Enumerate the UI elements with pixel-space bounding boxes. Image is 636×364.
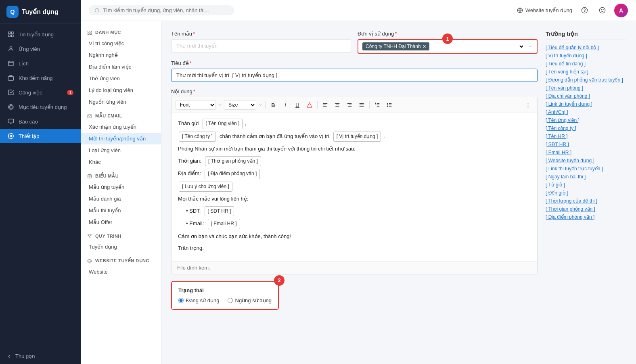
sidebar-item-ung-vien[interactable]: Ứng viên <box>0 42 81 56</box>
field-chip-item[interactable]: [ SĐT HR ] <box>546 142 626 147</box>
editor-content[interactable]: Thân gửi [ Tên ứng viên ] , [ Tên công t… <box>172 113 537 261</box>
sidebar-item-bao-cao[interactable]: Báo cáo <box>0 114 81 129</box>
tag-vi-tri[interactable]: [ Vị trí tuyển dụng ] <box>333 132 381 142</box>
radio-dang-su-dung[interactable]: Đang sử dụng <box>178 297 220 303</box>
more-options-button[interactable]: ⋮ <box>523 100 533 110</box>
sidebar-item-label: Tin tuyển dụng <box>19 31 54 38</box>
size-chevron-icon <box>258 103 263 107</box>
field-chip-item[interactable]: [ Tên công ty ] <box>546 126 626 131</box>
sub-nav-vi-tri[interactable]: Vị trí công việc <box>81 38 161 49</box>
sub-nav-the-ung-vien[interactable]: Thẻ ứng viên <box>81 73 161 84</box>
field-chip-item[interactable]: [ Địa chỉ văn phòng ] <box>546 93 626 99</box>
field-chip-item[interactable]: [ Email HR ] <box>546 150 626 155</box>
search-bar[interactable] <box>89 5 234 15</box>
sidebar-item-lich[interactable]: Lịch <box>0 56 81 71</box>
tag-sdt[interactable]: [ SĐT HR ] <box>205 206 234 217</box>
field-chip-item[interactable]: [ Tiêu đề quản lý nội bộ ] <box>546 45 626 50</box>
website-link[interactable]: Website tuyển dụng <box>517 7 572 13</box>
toolbar-sep2 <box>317 101 318 109</box>
collapse-button[interactable]: Thu gọn <box>6 353 74 359</box>
unordered-list-button[interactable] <box>384 100 395 110</box>
align-center-button[interactable] <box>332 100 343 110</box>
field-list: [ Tiêu đề quản lý nội bộ ][ Vị trí tuyển… <box>546 45 626 220</box>
field-chip-item[interactable]: [ Website tuyển dụng ] <box>546 158 626 163</box>
sidebar-item-tin-tuyen-dung[interactable]: Tin tuyển dụng <box>0 27 81 42</box>
sub-nav-mau-thi-tuyen[interactable]: Mẫu thi tuyển <box>81 205 161 216</box>
field-chip-item[interactable]: [ Tên ứng viên ] <box>546 117 626 123</box>
align-left-button[interactable] <box>320 100 331 110</box>
field-chip-item[interactable]: [ Tên văn phòng ] <box>546 85 626 91</box>
sub-nav-nguon[interactable]: Nguồn ứng viên <box>81 96 161 108</box>
ten-mau-input[interactable] <box>171 39 351 52</box>
sub-nav-website[interactable]: Website <box>81 266 161 278</box>
radio-dang-input[interactable] <box>178 298 184 303</box>
name-unit-row: Tên mẫu* Đơn vị sử dụng* 1 <box>171 31 538 54</box>
field-chip-item[interactable]: [ Địa điểm phỏng vấn ] <box>546 214 626 220</box>
tag-ten-ung-vien[interactable]: [ Tên ứng viên ] <box>203 119 243 129</box>
tag-ten-cty[interactable]: [ Tên công ty ] <box>179 132 216 142</box>
sidebar-item-cong-viec[interactable]: Công việc 1 <box>0 85 81 100</box>
remove-don-vi-btn[interactable]: ✕ <box>423 44 426 49</box>
trang-thai-label: Trạng thái <box>178 287 272 293</box>
tag-diadiem[interactable]: [ Địa điểm phỏng vấn ] <box>205 169 260 179</box>
svg-rect-3 <box>11 35 13 37</box>
trang-thai-wrapper: 2 Trạng thái Đang sử dụng Ngừng sử dụng <box>171 281 279 310</box>
bold-button[interactable]: B <box>268 100 278 110</box>
sub-nav-khac[interactable]: Khác <box>81 156 161 168</box>
sub-nav-ly-do[interactable]: Lý do loại ứng viên <box>81 84 161 96</box>
svg-point-16 <box>95 8 99 12</box>
field-chip-item[interactable]: [ Ngày làm bài thi ] <box>546 174 626 180</box>
tag-thoigian[interactable]: [ Thời gian phỏng vấn ] <box>205 156 261 167</box>
ordered-list-button[interactable]: 1. <box>372 100 383 110</box>
field-chip-item[interactable]: [ Tiêu đề tin đăng ] <box>546 61 626 67</box>
required-star: * <box>193 31 195 37</box>
sub-nav-moi-thi-tuyen[interactable]: Mời thi tuyển/phỏng vấn <box>81 133 161 144</box>
color-button[interactable] <box>304 100 315 110</box>
tag-email[interactable]: [ Email HR ] <box>208 219 240 229</box>
svg-point-63 <box>387 106 388 107</box>
svg-rect-5 <box>8 61 13 66</box>
sidebar-header: Q Tuyển dụng <box>0 0 81 24</box>
sub-nav-loai-ung-vien[interactable]: Loại ứng viên <box>81 144 161 156</box>
field-chip-item[interactable]: [ Từ giờ ] <box>546 182 626 188</box>
align-right-button[interactable] <box>344 100 355 110</box>
user-avatar[interactable]: A <box>614 4 628 17</box>
sub-nav-mau-ung-tuyen[interactable]: Mẫu ứng tuyển <box>81 181 161 193</box>
size-select[interactable]: Size <box>224 100 256 110</box>
don-vi-select[interactable] <box>433 43 525 50</box>
sub-nav-dia-diem[interactable]: Địa điểm làm việc <box>81 61 161 73</box>
sub-nav-mau-danh-gia[interactable]: Mẫu đánh giá <box>81 193 161 205</box>
field-chip-item[interactable]: [ Đường dẫn phỏng vấn trực tuyến ] <box>546 77 626 83</box>
sidebar-item-muc-tieu[interactable]: Mục tiêu tuyển dụng <box>0 100 81 114</box>
italic-button[interactable]: I <box>280 100 291 110</box>
svg-point-36 <box>89 237 90 238</box>
sub-nav-xac-nhan[interactable]: Xác nhận ứng tuyển <box>81 121 161 133</box>
field-chip-item[interactable]: [ Link thi tuyển trực tuyến ] <box>546 166 626 172</box>
radio-ngung-input[interactable] <box>228 298 233 303</box>
emoji-button[interactable] <box>596 5 608 16</box>
sub-nav-mau-offer[interactable]: Mẫu Offer <box>81 216 161 228</box>
noi-dung-group: Nội dung* Font Size <box>171 88 538 274</box>
help-button[interactable] <box>579 5 590 16</box>
luuy-line: [ Lưu ý cho ứng viên ] <box>178 182 531 192</box>
field-chip-item[interactable]: [ Tên vòng hiện tại ] <box>546 69 626 75</box>
sidebar-item-thiet-lap[interactable]: Thiết lập <box>0 129 81 143</box>
field-chip-item[interactable]: [ Thời lượng của đề thi ] <box>546 198 626 204</box>
sidebar-item-kho-tiem-nang[interactable]: Kho tiềm năng <box>0 71 81 85</box>
tieu-de-input[interactable] <box>171 69 538 82</box>
field-chip-item[interactable]: [ Link tin tuyển dụng ] <box>546 101 626 107</box>
justify-button[interactable] <box>356 100 367 110</box>
sub-nav-tuyen-dung[interactable]: Tuyển dụng <box>81 241 161 253</box>
field-chip-item[interactable]: [ Tên HR ] <box>546 134 626 139</box>
tag-luuy[interactable]: [ Lưu ý cho ứng viên ] <box>179 182 232 192</box>
font-select[interactable]: Font <box>176 100 216 110</box>
field-chip-item[interactable]: [ Thời gian phỏng vấn ] <box>546 206 626 212</box>
radio-ngung-su-dung[interactable]: Ngừng sử dụng <box>228 297 272 303</box>
field-chip-item[interactable]: [ Đến giờ ] <box>546 190 626 196</box>
field-chip-item[interactable]: [ Anh/Chị ] <box>546 109 626 115</box>
search-input[interactable] <box>103 7 228 13</box>
flow-icon <box>87 234 92 238</box>
field-chip-item[interactable]: [ Vị trí tuyển dụng ] <box>546 53 626 59</box>
sub-nav-nganh-nghe[interactable]: Ngành nghề <box>81 49 161 61</box>
underline-button[interactable]: U <box>292 100 303 110</box>
